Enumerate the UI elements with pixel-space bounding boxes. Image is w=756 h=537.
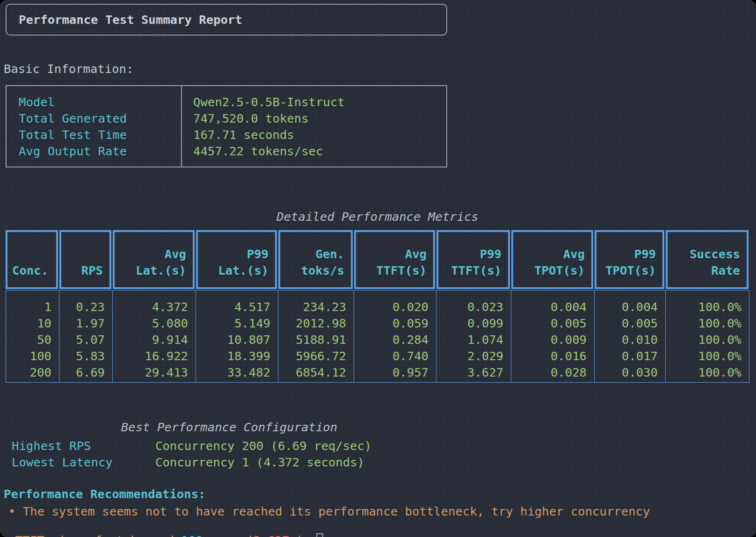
column-header-p99-lat: P99 Lat.(s) (196, 230, 277, 289)
table-column-p99-ttft: 0.023 0.099 1.074 2.029 3.627 (436, 290, 511, 382)
table-column-avg-ttft: 0.020 0.059 0.284 0.740 0.957 (354, 290, 436, 382)
recommendations-heading: Performance Recommendations: (4, 486, 205, 502)
best-config-value: Concurrency 200 (6.69 req/sec) (155, 438, 371, 454)
column-header-avg-lat: Avg Lat.(s) (113, 230, 195, 289)
info-label-model: Model (19, 94, 181, 110)
page-title: Performance Test Summary Report (19, 12, 242, 28)
clipped-terminal-line: • TTFT rises fast beyond 100 conc (3.627… (1, 532, 304, 537)
info-value-total-test-time: 167.71 seconds (193, 127, 446, 143)
clipped-fragment: s) (289, 533, 304, 537)
column-header-p99-ttft: P99 TTFT(s) (436, 230, 510, 289)
column-header-avg-tpot: Avg TPOT(s) (511, 230, 593, 289)
clipped-fragment: 3.627 (253, 533, 289, 537)
best-config-value: Concurrency 1 (4.372 seconds) (155, 454, 364, 471)
best-config-title: Best Performance Configuration (0, 419, 458, 435)
column-header-conc: Conc. (6, 230, 58, 289)
table-column-rps: 0.23 1.97 5.07 5.83 6.69 (59, 290, 113, 382)
info-value-avg-output-rate: 4457.22 tokens/sec (193, 143, 446, 160)
column-header-avg-ttft: Avg TTFT(s) (354, 230, 435, 289)
info-value-model: Qwen2.5-0.5B-Instruct (193, 94, 446, 110)
info-label-total-generated: Total Generated (19, 110, 181, 127)
best-config-label: Highest RPS (12, 438, 155, 454)
basic-information-table: Model Total Generated Total Test Time Av… (6, 85, 447, 167)
info-label-avg-output-rate: Avg Output Rate (19, 143, 181, 160)
table-column-avg-tpot: 0.004 0.005 0.009 0.016 0.028 (511, 290, 595, 382)
column-header-gen-toks: Gen. toks/s (278, 230, 353, 289)
terminal-report-page: Performance Test Summary Report Basic In… (0, 0, 756, 537)
best-config-label: Lowest Latency (12, 454, 155, 471)
table-column-conc: 1 10 50 100 200 (6, 290, 59, 382)
clipped-fragment: TTFT rises fast beyond (15, 533, 181, 537)
recommendation-item: • The system seems not to have reached i… (8, 503, 650, 520)
best-config-row-lowest-latency: Lowest Latency Concurrency 1 (4.372 seco… (12, 454, 364, 471)
metrics-table: Conc. RPS Avg Lat.(s) P99 Lat.(s) Gen. t… (6, 230, 749, 383)
metrics-table-body: 1 10 50 100 200 0.23 1.97 5.07 5.83 6.69… (6, 290, 749, 383)
basic-information-heading: Basic Information: (4, 61, 133, 77)
metrics-table-title: Detailed Performance Metrics (6, 209, 749, 225)
clipped-fragment: conc ( (203, 533, 253, 537)
info-label-total-test-time: Total Test Time (19, 127, 181, 143)
clipped-fragment: 100 (181, 533, 203, 537)
metrics-table-header-row: Conc. RPS Avg Lat.(s) P99 Lat.(s) Gen. t… (6, 230, 749, 289)
info-value-total-generated: 747,520.0 tokens (193, 110, 446, 127)
column-header-p99-tpot: P99 TPOT(s) (595, 230, 664, 289)
table-column-success-rate: 100.0% 100.0% 100.0% 100.0% 100.0% (666, 290, 749, 382)
best-config-row-highest-rps: Highest RPS Concurrency 200 (6.69 req/se… (12, 438, 371, 454)
basic-info-labels-column: Model Total Generated Total Test Time Av… (7, 86, 182, 167)
clipped-fragment: • (1, 533, 15, 537)
report-title-box: Performance Test Summary Report (6, 4, 447, 36)
basic-info-values-column: Qwen2.5-0.5B-Instruct 747,520.0 tokens 1… (182, 86, 446, 167)
column-header-success-rate: Success Rate (666, 230, 749, 289)
table-column-gen-toks: 234.23 2012.98 5188.91 5966.72 6854.12 (278, 290, 354, 382)
column-header-rps: RPS (59, 230, 111, 289)
table-column-p99-tpot: 0.004 0.005 0.010 0.017 0.030 (595, 290, 666, 382)
terminal-cursor (316, 533, 323, 537)
table-column-avg-lat: 4.372 5.080 9.914 16.922 29.413 (113, 290, 196, 382)
table-column-p99-lat: 4.517 5.149 10.807 18.399 33.482 (196, 290, 278, 382)
